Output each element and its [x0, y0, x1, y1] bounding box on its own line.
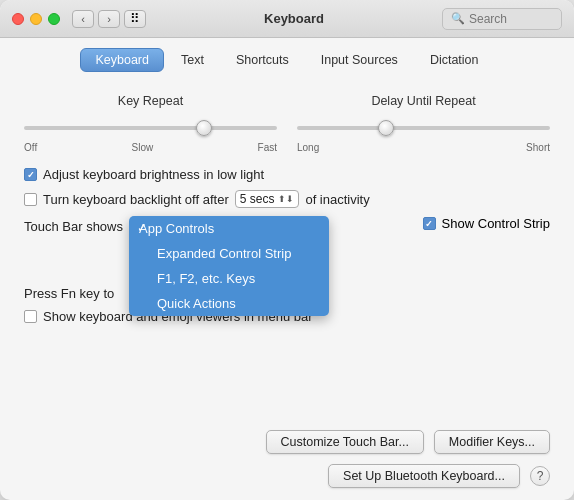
main-content: Key Repeat Off Slow Fast Delay Until Rep… — [0, 78, 574, 422]
sliders-row: Key Repeat Off Slow Fast Delay Until Rep… — [24, 94, 550, 153]
bottom-buttons-row: Customize Touch Bar... Modifier Keys... — [0, 422, 574, 464]
last-row: Set Up Bluetooth Keyboard... ? — [0, 464, 574, 500]
tab-dictation[interactable]: Dictation — [415, 48, 494, 72]
delay-repeat-label: Delay Until Repeat — [371, 94, 475, 108]
traffic-lights — [12, 13, 60, 25]
show-control-strip-row: Show Control Strip — [423, 216, 550, 231]
key-repeat-thumb[interactable] — [196, 120, 212, 136]
adjust-brightness-checkbox[interactable] — [24, 168, 37, 181]
customize-touch-bar-button[interactable]: Customize Touch Bar... — [266, 430, 424, 454]
delay-repeat-long-label: Long — [297, 142, 319, 153]
window-title: Keyboard — [146, 11, 442, 26]
backlight-time-select[interactable]: 5 secs ⬆⬇ — [235, 190, 300, 208]
key-repeat-track-container — [24, 118, 277, 138]
nav-buttons: ‹ › — [72, 10, 120, 28]
show-emoji-checkbox[interactable] — [24, 310, 37, 323]
key-repeat-off-label: Off — [24, 142, 37, 153]
tabs-bar: Keyboard Text Shortcuts Input Sources Di… — [0, 38, 574, 78]
turn-off-backlight-row: Turn keyboard backlight off after 5 secs… — [24, 190, 550, 208]
key-repeat-slider-group: Key Repeat Off Slow Fast — [24, 94, 277, 153]
turn-off-backlight-label: Turn keyboard backlight off after — [43, 192, 229, 207]
press-fn-label: Press Fn key to — [24, 286, 114, 301]
help-button[interactable]: ? — [530, 466, 550, 486]
maximize-button[interactable] — [48, 13, 60, 25]
delay-repeat-thumb[interactable] — [378, 120, 394, 136]
inactivity-label: of inactivity — [305, 192, 369, 207]
modifier-keys-button[interactable]: Modifier Keys... — [434, 430, 550, 454]
forward-button[interactable]: › — [98, 10, 120, 28]
show-control-strip-label: Show Control Strip — [442, 216, 550, 231]
key-repeat-fast-label: Fast — [258, 142, 277, 153]
delay-repeat-track-container — [297, 118, 550, 138]
close-button[interactable] — [12, 13, 24, 25]
setup-bluetooth-button[interactable]: Set Up Bluetooth Keyboard... — [328, 464, 520, 488]
backlight-select-arrow: ⬆⬇ — [278, 194, 294, 204]
key-repeat-label: Key Repeat — [118, 94, 183, 108]
titlebar: ‹ › ⠿ Keyboard 🔍 — [0, 0, 574, 38]
adjust-brightness-row: Adjust keyboard brightness in low light — [24, 167, 550, 182]
search-icon: 🔍 — [451, 12, 465, 25]
search-input[interactable] — [469, 12, 554, 26]
key-repeat-slider-labels: Off Slow Fast — [24, 142, 277, 153]
search-box[interactable]: 🔍 — [442, 8, 562, 30]
tab-shortcuts[interactable]: Shortcuts — [221, 48, 304, 72]
tab-input-sources[interactable]: Input Sources — [306, 48, 413, 72]
turn-off-backlight-checkbox[interactable] — [24, 193, 37, 206]
show-control-strip-checkbox[interactable] — [423, 217, 436, 230]
tab-keyboard[interactable]: Keyboard — [80, 48, 164, 72]
touchbar-and-strip-row: Touch Bar shows App Controls Expanded Co… — [24, 216, 550, 236]
dropdown-item-expanded[interactable]: Expanded Control Strip — [129, 241, 329, 266]
delay-repeat-track — [297, 126, 550, 130]
backlight-time-value: 5 secs — [240, 192, 275, 206]
key-repeat-track — [24, 126, 277, 130]
dropdown-item-quick-actions[interactable]: Quick Actions — [129, 291, 329, 316]
delay-repeat-short-label: Short — [526, 142, 550, 153]
touchbar-dropdown-menu[interactable]: App Controls Expanded Control Strip F1, … — [129, 216, 329, 316]
dropdown-item-f1f2[interactable]: F1, F2, etc. Keys — [129, 266, 329, 291]
key-repeat-slow-label: Slow — [132, 142, 154, 153]
touchbar-shows-label: Touch Bar shows — [24, 216, 123, 234]
grid-button[interactable]: ⠿ — [124, 10, 146, 28]
dropdown-item-app-controls[interactable]: App Controls — [129, 216, 329, 241]
minimize-button[interactable] — [30, 13, 42, 25]
delay-repeat-slider-labels: Long Short — [297, 142, 550, 153]
tab-text[interactable]: Text — [166, 48, 219, 72]
adjust-brightness-label: Adjust keyboard brightness in low light — [43, 167, 264, 182]
back-button[interactable]: ‹ — [72, 10, 94, 28]
keyboard-preferences-window: ‹ › ⠿ Keyboard 🔍 Keyboard Text Shortcuts… — [0, 0, 574, 500]
delay-repeat-slider-group: Delay Until Repeat Long Short — [277, 94, 550, 153]
touchbar-row: Touch Bar shows App Controls Expanded Co… — [24, 216, 129, 234]
